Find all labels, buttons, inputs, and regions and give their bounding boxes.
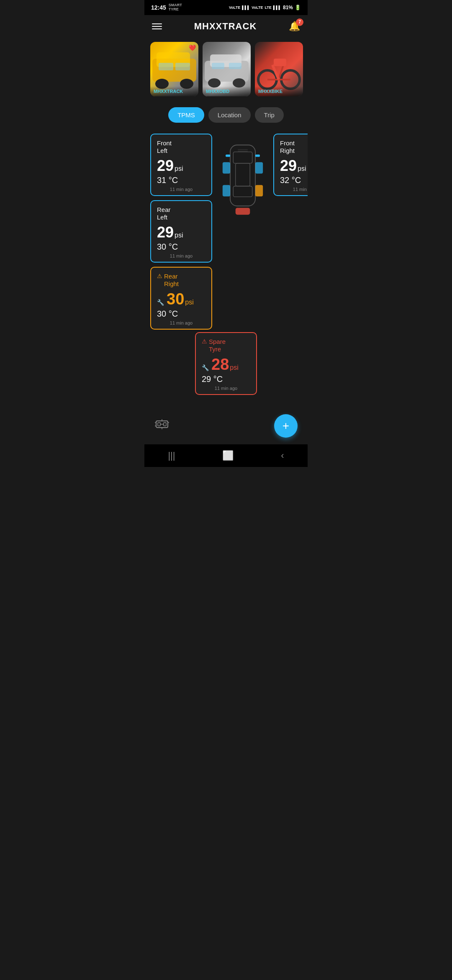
car-diagram bbox=[216, 134, 269, 217]
nav-bar: ||| ⬜ ‹ bbox=[144, 444, 308, 467]
rear-right-header: ⚠ RearRight bbox=[157, 273, 205, 288]
header: MHXXTRACK 🔔 7 bbox=[144, 15, 308, 38]
svg-rect-19 bbox=[233, 152, 252, 163]
spare-name: SpareTyre bbox=[209, 338, 226, 353]
menu-line-3 bbox=[152, 28, 162, 29]
front-right-psi-value: 29 bbox=[280, 157, 297, 175]
nav-recents-icon[interactable]: ||| bbox=[168, 450, 175, 461]
rear-left-psi-value: 29 bbox=[157, 224, 174, 241]
svg-rect-21 bbox=[236, 163, 250, 186]
status-bar: 12:45 SMARTTYRE VoLTE ▌▌▌ VoLTE LTE ▌▌▌ … bbox=[144, 0, 308, 15]
menu-button[interactable] bbox=[152, 23, 162, 29]
rear-right-psi-value: 30 bbox=[167, 290, 184, 308]
svg-rect-22 bbox=[226, 155, 230, 157]
vehicle-label-1: MHXXTRACK bbox=[150, 86, 198, 96]
spare-psi-value: 28 bbox=[211, 356, 229, 374]
svg-rect-25 bbox=[255, 162, 263, 173]
engine-icon[interactable] bbox=[154, 417, 170, 435]
svg-rect-4 bbox=[159, 63, 173, 70]
vehicles-carousel: ❤️ MHXXTRACK MHXXOBD bbox=[144, 38, 308, 101]
status-icons: VoLTE ▌▌▌ VoLTE LTE ▌▌▌ 81% 🔋 bbox=[229, 5, 301, 10]
svg-rect-32 bbox=[158, 423, 160, 426]
spare-danger-icon: ⚠ bbox=[202, 338, 207, 345]
rear-left-header: RearLeft bbox=[157, 206, 205, 221]
favorite-heart: ❤️ bbox=[189, 44, 196, 51]
vehicle-bg-red: MHXXBIKE bbox=[255, 42, 303, 96]
front-right-psi-row: 29 psi bbox=[280, 157, 308, 175]
front-left-psi-row: 29 psi bbox=[157, 157, 205, 175]
rear-right-psi-unit: psi bbox=[185, 299, 193, 306]
menu-line-1 bbox=[152, 23, 162, 24]
svg-rect-5 bbox=[175, 63, 190, 70]
nav-home-icon[interactable]: ⬜ bbox=[222, 450, 234, 461]
vehicle-label-3: MHXXBIKE bbox=[255, 86, 303, 96]
front-right-psi-unit: psi bbox=[298, 165, 306, 173]
rear-right-name: RearRight bbox=[164, 273, 179, 288]
front-right-name: FrontRight bbox=[280, 139, 295, 155]
rear-left-temp: 30 °C bbox=[157, 242, 205, 252]
rear-right-warning-icon: ⚠ bbox=[157, 273, 162, 279]
tire-card-rear-left: RearLeft 29 psi 30 °C 11 min ago bbox=[150, 200, 212, 263]
tabs-section: TPMS Location Trip bbox=[144, 101, 308, 129]
status-time: 12:45 bbox=[151, 4, 166, 11]
svg-rect-11 bbox=[229, 63, 241, 69]
rear-left-psi-unit: psi bbox=[175, 232, 183, 239]
svg-rect-20 bbox=[233, 186, 252, 196]
front-left-name: FrontLeft bbox=[157, 139, 172, 155]
app-title: MHXXTRACK bbox=[194, 21, 257, 32]
rear-left-time: 11 min ago bbox=[157, 253, 205, 258]
spare-header: ⚠ SpareTyre bbox=[202, 338, 250, 353]
spare-tyre-icon: 🔧 bbox=[202, 364, 209, 371]
svg-rect-26 bbox=[223, 185, 230, 196]
tire-card-spare: ⚠ SpareTyre 🔧 28 psi 29 °C 11 min ago bbox=[195, 332, 257, 395]
battery-icon: 🔋 bbox=[295, 5, 301, 10]
svg-rect-28 bbox=[236, 208, 250, 214]
tire-card-rear-right: ⚠ RearRight 🔧 30 psi 30 °C 11 min ago bbox=[150, 267, 212, 330]
bottom-action-bar: + bbox=[144, 407, 308, 444]
front-left-psi-value: 29 bbox=[157, 157, 174, 175]
svg-rect-10 bbox=[212, 63, 224, 69]
tab-location[interactable]: Location bbox=[208, 107, 251, 123]
smart-tyre-label: SMARTTYRE bbox=[169, 3, 182, 12]
battery-indicator: 81% bbox=[283, 5, 293, 10]
svg-rect-33 bbox=[164, 423, 166, 426]
spare-row: ⚠ SpareTyre 🔧 28 psi 29 °C 11 min ago bbox=[150, 332, 302, 395]
front-left-temp: 31 °C bbox=[157, 175, 205, 185]
tire-card-front-right: FrontRight 29 psi 32 °C 11 min ago bbox=[273, 134, 308, 196]
front-left-psi-unit: psi bbox=[175, 165, 183, 173]
front-right-header: FrontRight bbox=[280, 139, 308, 155]
tab-trip[interactable]: Trip bbox=[255, 107, 284, 123]
notification-bell[interactable]: 🔔 7 bbox=[289, 21, 300, 32]
tab-tpms[interactable]: TPMS bbox=[168, 107, 204, 123]
spare-psi-unit: psi bbox=[230, 364, 238, 371]
vehicle-card-mhxxobd[interactable]: MHXXOBD bbox=[203, 42, 251, 96]
tire-card-front-left: FrontLeft 29 psi 31 °C 11 min ago bbox=[150, 134, 212, 196]
nav-back-icon[interactable]: ‹ bbox=[281, 450, 284, 461]
spare-temp: 29 °C bbox=[202, 374, 250, 384]
svg-rect-24 bbox=[223, 162, 230, 173]
vehicle-bg-yellow: ❤️ MHXXTRACK bbox=[150, 42, 198, 96]
spare-time: 11 min ago bbox=[202, 386, 250, 391]
engine-svg bbox=[154, 417, 170, 432]
notification-badge: 7 bbox=[296, 18, 303, 26]
vehicle-label-2: MHXXOBD bbox=[203, 86, 251, 96]
tpms-section: FrontLeft 29 psi 31 °C 11 min ago bbox=[144, 129, 308, 403]
add-button[interactable]: + bbox=[274, 414, 298, 438]
svg-rect-27 bbox=[255, 185, 263, 196]
car-top-view-svg bbox=[220, 134, 266, 217]
rear-left-name: RearLeft bbox=[157, 206, 171, 221]
spare-psi-row: 🔧 28 psi bbox=[202, 356, 250, 374]
front-right-time: 11 min ago bbox=[280, 187, 308, 192]
tpms-grid: FrontLeft 29 psi 31 °C 11 min ago bbox=[150, 134, 302, 330]
rear-right-tyre-icon: 🔧 bbox=[157, 299, 164, 306]
svg-rect-17 bbox=[274, 59, 286, 66]
menu-line-2 bbox=[152, 26, 162, 27]
front-left-header: FrontLeft bbox=[157, 139, 205, 155]
vehicle-bg-white: MHXXOBD bbox=[203, 42, 251, 96]
rear-right-psi-row: 🔧 30 psi bbox=[157, 290, 205, 308]
front-left-time: 11 min ago bbox=[157, 187, 205, 192]
rear-left-psi-row: 29 psi bbox=[157, 224, 205, 241]
vehicle-card-mhxxtrack[interactable]: ❤️ MHXXTRACK bbox=[150, 42, 198, 96]
vehicle-card-mhxxbike[interactable]: MHXXBIKE bbox=[255, 42, 303, 96]
front-right-temp: 32 °C bbox=[280, 175, 308, 185]
